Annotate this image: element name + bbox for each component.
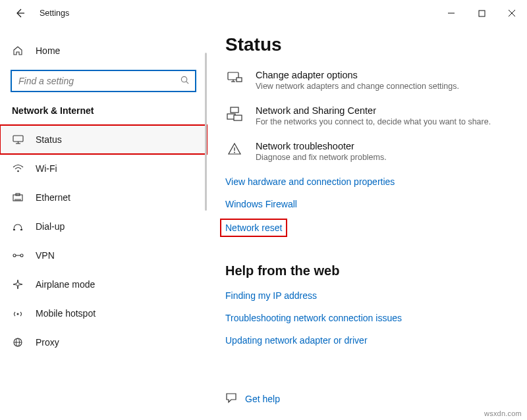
help-link-troubleshoot[interactable]: Troubleshooting network connection issue… <box>225 313 520 323</box>
back-button[interactable] <box>12 8 28 18</box>
sidebar-item-label: Proxy <box>36 337 59 348</box>
sidebar-item-label: Status <box>36 134 62 145</box>
sidebar-item-status[interactable]: Status <box>0 125 207 154</box>
proxy-icon <box>12 337 24 348</box>
search-icon <box>180 75 190 87</box>
sidebar-item-label: Ethernet <box>36 192 70 203</box>
sidebar-home-label: Home <box>36 45 60 56</box>
get-help-label: Get help <box>245 394 280 404</box>
svg-point-9 <box>17 171 19 172</box>
chat-icon <box>225 392 237 406</box>
wifi-icon <box>12 164 24 173</box>
maximize-icon <box>478 10 485 17</box>
svg-point-20 <box>20 254 23 257</box>
link-hardware-properties[interactable]: View hardware and connection properties <box>225 176 520 187</box>
sidebar-item-vpn[interactable]: VPN <box>0 241 207 270</box>
maximize-button[interactable] <box>466 3 497 24</box>
sidebar-item-airplane[interactable]: Airplane mode <box>0 270 207 299</box>
sidebar: Home Network & Internet Status <box>0 26 207 420</box>
vpn-icon <box>12 251 24 259</box>
sidebar-item-wifi[interactable]: Wi-Fi <box>0 154 207 183</box>
airplane-icon <box>12 279 24 290</box>
option-title: Change adapter options <box>256 70 459 80</box>
option-title: Network troubleshooter <box>256 141 387 151</box>
sidebar-item-label: Mobile hotspot <box>36 308 96 319</box>
sidebar-item-label: Airplane mode <box>36 279 95 290</box>
minimize-icon <box>447 9 455 17</box>
sidebar-section-heading: Network & Internet <box>0 103 207 125</box>
svg-point-22 <box>17 313 19 315</box>
search-box[interactable] <box>11 70 196 92</box>
sidebar-item-label: Wi-Fi <box>36 163 57 174</box>
sidebar-item-dialup[interactable]: Dial-up <box>0 212 207 241</box>
close-button[interactable] <box>497 3 527 24</box>
svg-rect-18 <box>20 229 22 230</box>
sidebar-item-proxy[interactable]: Proxy <box>0 328 207 357</box>
help-link-update-adapter[interactable]: Updating network adapter or driver <box>225 335 520 346</box>
sidebar-item-label: Dial-up <box>36 221 65 232</box>
option-sharing[interactable]: Network and Sharing Center For the netwo… <box>225 105 520 126</box>
svg-rect-32 <box>234 115 242 120</box>
arrow-left-icon <box>14 8 25 18</box>
svg-line-5 <box>186 82 188 84</box>
svg-rect-29 <box>236 78 242 82</box>
option-title: Network and Sharing Center <box>256 105 491 116</box>
option-adapter[interactable]: Change adapter options View network adap… <box>225 70 520 91</box>
sidebar-item-ethernet[interactable]: Ethernet <box>0 183 207 212</box>
link-network-reset[interactable]: Network reset <box>221 220 286 236</box>
sharing-icon <box>225 105 244 124</box>
help-heading: Help from the web <box>225 263 520 278</box>
link-windows-firewall[interactable]: Windows Firewall <box>225 199 520 209</box>
hotspot-icon <box>12 309 24 318</box>
sidebar-item-hotspot[interactable]: Mobile hotspot <box>0 299 207 328</box>
content-pane: Status Change adapter options View netwo… <box>207 26 527 420</box>
ethernet-icon <box>12 193 24 202</box>
svg-point-34 <box>234 152 235 153</box>
svg-point-19 <box>13 254 16 257</box>
get-help[interactable]: Get help <box>225 392 280 406</box>
title-bar: Settings <box>0 0 527 26</box>
svg-rect-17 <box>13 229 15 230</box>
minimize-button[interactable] <box>436 3 466 24</box>
help-link-ip[interactable]: Finding my IP address <box>225 290 520 301</box>
search-input[interactable] <box>18 76 180 86</box>
svg-rect-6 <box>13 136 23 142</box>
home-icon <box>12 45 24 56</box>
option-desc: Diagnose and fix network problems. <box>256 153 387 162</box>
adapter-icon <box>225 70 244 88</box>
watermark: wsxdn.com <box>484 409 522 417</box>
dialup-icon <box>12 222 24 231</box>
option-desc: View network adapters and change connect… <box>256 82 459 91</box>
svg-rect-30 <box>231 107 238 113</box>
svg-rect-1 <box>479 11 485 16</box>
svg-point-4 <box>181 76 186 82</box>
option-desc: For the networks you connect to, decide … <box>256 117 491 126</box>
page-title: Status <box>225 34 520 55</box>
sidebar-item-label: VPN <box>36 250 55 261</box>
window-title: Settings <box>40 9 69 18</box>
close-icon <box>508 9 516 17</box>
option-troubleshoot[interactable]: Network troubleshooter Diagnose and fix … <box>225 141 520 162</box>
status-icon <box>12 135 24 144</box>
sidebar-home[interactable]: Home <box>0 38 207 63</box>
warning-icon <box>225 141 244 159</box>
